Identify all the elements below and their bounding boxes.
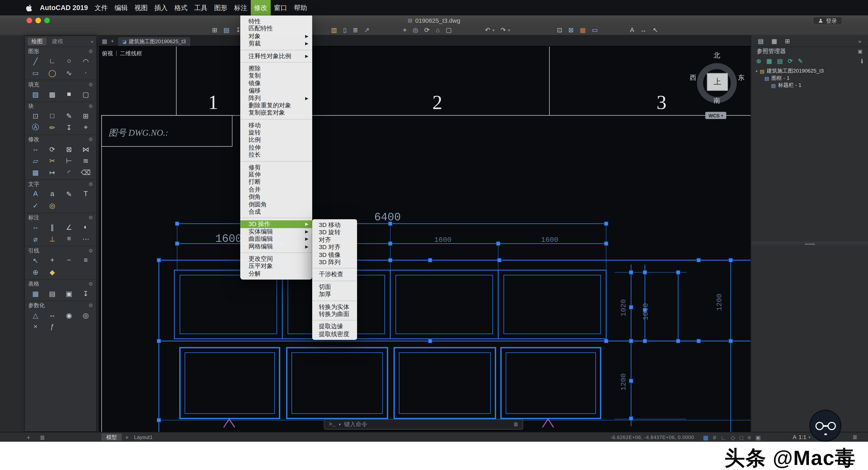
- submenu-item[interactable]: 转换为实体: [312, 303, 357, 311]
- polar-toggle-icon[interactable]: ◇: [731, 433, 735, 441]
- submenu-item[interactable]: 3D 旋转: [312, 229, 357, 236]
- delete-constraints-tool-icon[interactable]: ×: [27, 321, 44, 332]
- erase-tool-icon[interactable]: ⌫: [78, 167, 94, 178]
- menu-item[interactable]: 对象: [240, 33, 312, 40]
- plot-icon[interactable]: ▥: [331, 26, 337, 35]
- zoom-icon[interactable]: ◎: [413, 26, 418, 35]
- gear-icon[interactable]: ⚙: [89, 303, 93, 309]
- edit-text-tool-icon[interactable]: ✎: [61, 188, 78, 199]
- insert-block-icon[interactable]: ⊡: [557, 26, 562, 35]
- attach-reference-icon[interactable]: ⊕: [756, 57, 761, 64]
- multiline-text-tool-icon[interactable]: A: [27, 188, 44, 199]
- submenu-item[interactable]: 加厚: [312, 291, 357, 298]
- menu-item[interactable]: 移动: [240, 122, 312, 129]
- submenu-item[interactable]: 切面: [312, 283, 357, 291]
- dimension-icon[interactable]: ↔: [640, 26, 647, 35]
- lineweight-toggle-icon[interactable]: ≡: [748, 433, 751, 441]
- edit-table-cell-tool-icon[interactable]: ▣: [61, 288, 78, 299]
- info-icon[interactable]: ℹ: [861, 58, 863, 64]
- drawing-file-tab[interactable]: ◪ 建筑施工图20190625_t3: [117, 37, 191, 46]
- attach-image-icon[interactable]: ▦: [766, 57, 772, 64]
- gear-icon[interactable]: ⚙: [89, 49, 93, 54]
- collect-leaders-tool-icon[interactable]: ⊕: [27, 266, 44, 277]
- table-tool-icon[interactable]: ▦: [27, 288, 44, 299]
- caret-down-icon[interactable]: ▾: [508, 28, 510, 32]
- command-line[interactable]: >_ ▾ 键入命令 ≣: [324, 419, 523, 430]
- layout1-tab[interactable]: Layout1: [134, 434, 153, 440]
- spell-check-tool-icon[interactable]: ✓: [27, 200, 44, 211]
- palette-tab[interactable]: 绘图: [28, 37, 46, 45]
- menubar-item[interactable]: 文件: [91, 0, 111, 16]
- menubar-item[interactable]: 帮助: [290, 0, 310, 16]
- menu-item[interactable]: 实体编辑: [240, 228, 312, 235]
- circle-tool-icon[interactable]: ○: [61, 55, 78, 66]
- osnap-toggle-icon[interactable]: □: [740, 433, 743, 441]
- export-table-tool-icon[interactable]: ↧: [78, 288, 94, 299]
- menu-item[interactable]: 复制嵌套对象: [240, 109, 312, 117]
- create-block-tool-icon[interactable]: □: [44, 110, 60, 121]
- menubar-item[interactable]: 编辑: [111, 0, 131, 16]
- caret-down-icon[interactable]: ▾: [493, 28, 494, 32]
- gear-icon[interactable]: ⚙: [89, 137, 93, 142]
- ortho-toggle-icon[interactable]: ∟: [720, 433, 726, 441]
- submenu-item[interactable]: 3D 阵列: [312, 259, 357, 266]
- menu-item[interactable]: 分解: [240, 270, 312, 277]
- change-path-icon[interactable]: ✎: [798, 57, 803, 64]
- model-tab[interactable]: 模型: [101, 433, 122, 441]
- gear-icon[interactable]: ⚙: [89, 248, 93, 254]
- continue-dimension-tool-icon[interactable]: ⋯: [78, 233, 94, 244]
- submenu-item[interactable]: 3D 移动: [312, 222, 357, 229]
- parameters-manager-tool-icon[interactable]: ƒ: [44, 321, 60, 332]
- viewcube-top-face[interactable]: 上: [707, 73, 728, 91]
- line-tool-icon[interactable]: ╱: [27, 55, 44, 66]
- mirror-tool-icon[interactable]: ⋈: [78, 143, 94, 154]
- submenu-item[interactable]: 提取边缘: [312, 323, 357, 330]
- publish-icon[interactable]: ≣: [353, 26, 358, 35]
- edit-block-tool-icon[interactable]: ✎: [61, 110, 78, 121]
- menu-item[interactable]: 合成: [240, 208, 312, 215]
- submenu-item[interactable]: 干涉检查: [312, 271, 357, 278]
- table-style-tool-icon[interactable]: ▤: [44, 288, 60, 299]
- offset-tool-icon[interactable]: ≋: [78, 155, 94, 166]
- diameter-dimension-tool-icon[interactable]: ⌀: [27, 233, 44, 244]
- snap-toggle-icon[interactable]: #: [713, 433, 716, 441]
- status-menu-icon[interactable]: ≣: [852, 433, 857, 440]
- gradient-tool-icon[interactable]: ▩: [44, 89, 60, 100]
- menu-item[interactable]: 擦除: [240, 65, 312, 72]
- viewcube-west[interactable]: 西: [690, 73, 696, 83]
- collapse-palette-icon[interactable]: «: [91, 38, 94, 44]
- xref-tree-row[interactable]: ▾ ▤ 建筑施工图20190625_t3: [751, 67, 868, 75]
- radius-dimension-tool-icon[interactable]: ◐: [78, 222, 94, 233]
- properties-palette-tab-icon[interactable]: ▤: [758, 37, 764, 45]
- layout-list-icon[interactable]: ≣: [40, 433, 45, 441]
- xref-palette-tab-icon[interactable]: ⊞: [785, 37, 790, 45]
- rotate-tool-icon[interactable]: ⟳: [44, 143, 60, 154]
- menu-item[interactable]: 复制: [240, 72, 312, 80]
- menubar-item[interactable]: 格式: [171, 0, 191, 16]
- point-tool-icon[interactable]: ·: [78, 67, 94, 78]
- tab-overview-icon[interactable]: ▦: [102, 36, 107, 46]
- hatch-tool-icon[interactable]: ▨: [27, 89, 44, 100]
- undo-icon[interactable]: ↶: [485, 26, 490, 35]
- new-drawing-icon[interactable]: ⊞: [212, 26, 217, 35]
- set-base-point-tool-icon[interactable]: ⌖: [78, 122, 94, 133]
- add-leader-tool-icon[interactable]: +: [44, 255, 60, 266]
- menu-item[interactable]: 拉长: [240, 151, 312, 158]
- auto-constrain-tool-icon[interactable]: ◉: [61, 310, 78, 320]
- rectangle-tool-icon[interactable]: ▭: [27, 67, 44, 78]
- menu-item[interactable]: 倒角: [240, 194, 312, 201]
- menu-item[interactable]: 阵列: [240, 94, 312, 102]
- isolate-toggle-icon[interactable]: ▣: [755, 433, 761, 441]
- menu-item[interactable]: 特性: [240, 18, 312, 25]
- tree-expand-icon[interactable]: ▾: [756, 69, 758, 74]
- text-icon[interactable]: A: [630, 26, 634, 35]
- menu-item[interactable]: 打断: [240, 178, 312, 186]
- gear-icon[interactable]: ⚙: [89, 181, 93, 187]
- menu-item[interactable]: 剪裁: [240, 40, 312, 48]
- menubar-item[interactable]: 标注: [231, 0, 251, 16]
- gear-icon[interactable]: ⚙: [89, 82, 93, 88]
- single-line-text-tool-icon[interactable]: a: [44, 188, 60, 199]
- export-icon[interactable]: ↗: [364, 26, 370, 35]
- xref-tree-row[interactable]: ▤ 图框 - 1: [751, 75, 868, 82]
- apple-menu-icon[interactable]: [26, 3, 33, 12]
